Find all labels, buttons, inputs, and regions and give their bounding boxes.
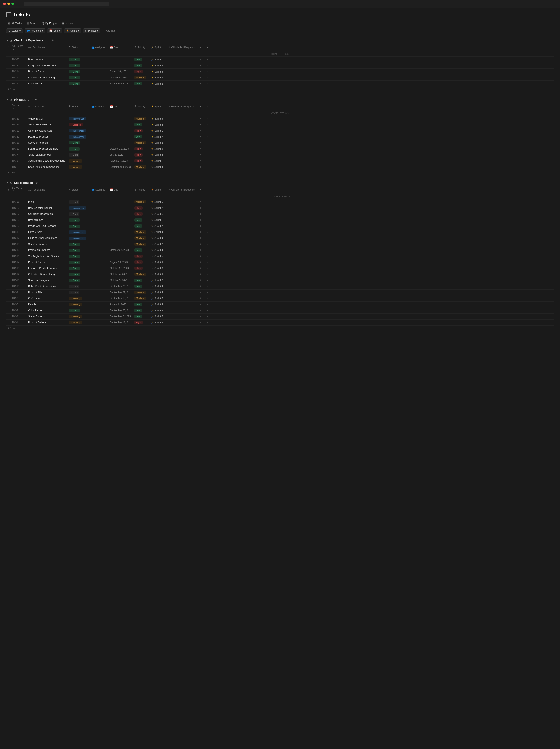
status-cell[interactable]: Draft [67, 152, 90, 158]
row-more[interactable]: ··· [204, 116, 554, 122]
section-toggle-0[interactable]: ▼ [6, 39, 8, 42]
row-more[interactable]: ··· [204, 253, 554, 259]
row-add[interactable]: + [198, 164, 204, 170]
row-more[interactable]: ··· [204, 74, 554, 81]
row-more[interactable]: ··· [204, 223, 554, 229]
task-name[interactable]: Color Picker [26, 81, 67, 87]
assignee-cell[interactable] [90, 140, 108, 146]
assignee-cell[interactable] [90, 253, 108, 259]
task-name[interactable]: Featured Product Banners [26, 265, 67, 271]
task-name[interactable]: Collection Banner Image [26, 74, 67, 81]
row-add[interactable]: + [198, 235, 204, 241]
task-name[interactable]: Video Section [26, 116, 67, 122]
assignee-cell[interactable] [90, 69, 108, 75]
status-cell[interactable]: Waiting [67, 301, 90, 307]
row-more[interactable]: ··· [204, 140, 554, 146]
row-add[interactable]: + [198, 74, 204, 81]
row-more[interactable]: ··· [204, 283, 554, 290]
task-name[interactable]: Image with Text Sections [26, 223, 67, 229]
row-add[interactable]: + [198, 146, 204, 152]
row-more[interactable]: ··· [204, 205, 554, 211]
table-row[interactable]: TIC-20 Image with Text Sections Done Low… [6, 223, 554, 229]
row-add[interactable]: + [198, 253, 204, 259]
row-more[interactable]: ··· [204, 314, 554, 320]
status-cell[interactable]: Waiting [67, 158, 90, 164]
row-more[interactable]: ··· [204, 241, 554, 247]
row-add[interactable]: + [198, 116, 204, 122]
status-cell[interactable]: Done [67, 247, 90, 253]
assignee-cell[interactable] [90, 241, 108, 247]
row-add[interactable]: + [198, 265, 204, 271]
assignee-cell[interactable] [90, 320, 108, 326]
row-add[interactable]: + [198, 134, 204, 140]
task-name[interactable]: Color Picker [26, 307, 67, 314]
table-row[interactable]: TIC-23 Breadcrumbs Done Low 🏃Sprint 1 + … [6, 57, 554, 63]
assignee-cell[interactable] [90, 199, 108, 205]
status-cell[interactable]: Draft [67, 199, 90, 205]
row-add[interactable]: + [198, 289, 204, 295]
row-add[interactable]: + [198, 259, 204, 265]
task-name[interactable]: Product Gallery [26, 320, 67, 326]
status-cell[interactable]: Draft [67, 289, 90, 295]
task-name[interactable]: Breadcrumbs [26, 217, 67, 223]
task-name[interactable]: Breadcrumbs [26, 57, 67, 63]
add-filter-button[interactable]: + Add filter [102, 28, 117, 33]
tab-by-project[interactable]: ◎ By Project [40, 21, 60, 26]
row-add[interactable]: + [198, 320, 204, 326]
row-more[interactable]: ··· [204, 158, 554, 164]
task-name[interactable]: You Might Also Like Section [26, 253, 67, 259]
status-cell[interactable]: Waiting [67, 295, 90, 302]
row-more[interactable]: ··· [204, 81, 554, 87]
dot-red[interactable] [3, 3, 6, 5]
row-add[interactable]: + [198, 57, 204, 63]
table-row[interactable]: TIC-12 Collection Banner Image Done Octo… [6, 271, 554, 277]
table-row[interactable]: TIC-14 Product Cards Done August 16, 202… [6, 259, 554, 265]
row-add[interactable]: + [198, 63, 204, 69]
address-bar[interactable] [24, 2, 109, 6]
table-row[interactable]: TIC-16 You Might Also Like Section Done … [6, 253, 554, 259]
task-name[interactable]: See Our Retailers [26, 241, 67, 247]
add-row-btn-0[interactable]: + New [6, 87, 16, 92]
status-cell[interactable]: Done [67, 271, 90, 277]
row-more[interactable]: ··· [204, 134, 554, 140]
row-add[interactable]: + [198, 229, 204, 235]
section-toggle-1[interactable]: ▼ [6, 99, 8, 101]
row-add[interactable]: + [198, 295, 204, 302]
task-name[interactable]: Featured Product [26, 134, 67, 140]
filter-sprint[interactable]: 🏃 Sprint ▾ [64, 28, 81, 33]
row-more[interactable]: ··· [204, 289, 554, 295]
filter-assignee[interactable]: 👥 Assignee ▾ [24, 28, 45, 33]
add-row-btn-1[interactable]: + New [6, 170, 16, 175]
row-add[interactable]: + [198, 277, 204, 283]
status-cell[interactable]: In progress [67, 229, 90, 235]
status-cell[interactable]: Waiting [67, 320, 90, 326]
assignee-cell[interactable] [90, 74, 108, 81]
row-more[interactable]: ··· [204, 122, 554, 128]
task-name[interactable]: Quantity/ Add to Cart [26, 128, 67, 134]
section-dots-0[interactable]: ··· [48, 39, 50, 42]
row-more[interactable]: ··· [204, 57, 554, 63]
dot-green[interactable] [12, 3, 14, 5]
status-cell[interactable]: Done [67, 277, 90, 283]
table-row[interactable]: TIC-12 Collection Banner Image Done Octo… [6, 74, 554, 81]
table-row[interactable]: TIC-2 Spec Stats and Dimensions Waiting … [6, 164, 554, 170]
row-more[interactable]: ··· [204, 271, 554, 277]
row-more[interactable]: ··· [204, 229, 554, 235]
table-row[interactable]: TIC-10 Bullet Point Descriptions Draft S… [6, 283, 554, 290]
task-name[interactable]: CTA Button [26, 295, 67, 302]
task-name[interactable]: Price [26, 199, 67, 205]
section-dots-1[interactable]: ··· [31, 98, 33, 101]
assignee-cell[interactable] [90, 271, 108, 277]
task-name[interactable]: Collection Description [26, 211, 67, 217]
table-row[interactable]: TIC-4 Color Picker Done September 20, 20… [6, 307, 554, 314]
table-row[interactable]: TIC-19 Filter & Sort In progress Medium … [6, 229, 554, 235]
row-add[interactable]: + [198, 241, 204, 247]
assignee-cell[interactable] [90, 116, 108, 122]
filter-due[interactable]: 📅 Due ▾ [47, 28, 62, 33]
table-row[interactable]: TIC-28 Price Draft Medium 🏃Sprint 5 + ··… [6, 199, 554, 205]
task-name[interactable]: Links to Other Collections [26, 235, 67, 241]
assignee-cell[interactable] [90, 81, 108, 87]
task-name[interactable]: Spec Stats and Dimensions [26, 164, 67, 170]
status-cell[interactable]: In progress [67, 134, 90, 140]
task-name[interactable]: Product Cards [26, 259, 67, 265]
